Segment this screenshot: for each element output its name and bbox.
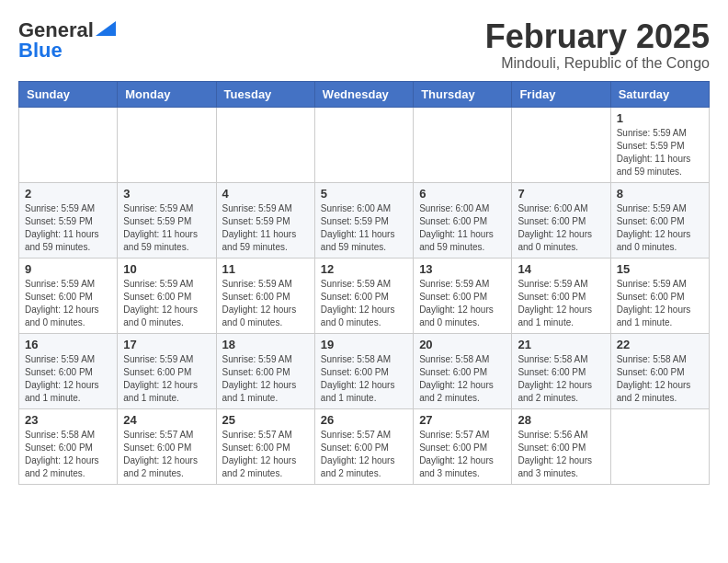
day-info: Sunrise: 5:58 AM Sunset: 6:00 PM Dayligh… [321,353,407,405]
day-number: 1 [617,111,703,125]
day-number: 27 [419,413,506,427]
calendar-cell: 11Sunrise: 5:59 AM Sunset: 6:00 PM Dayli… [216,258,314,333]
calendar-cell: 13Sunrise: 5:59 AM Sunset: 6:00 PM Dayli… [414,258,512,333]
day-info: Sunrise: 5:59 AM Sunset: 6:00 PM Dayligh… [518,278,604,329]
weekday-header-tuesday: Tuesday [216,81,314,107]
day-info: Sunrise: 5:59 AM Sunset: 6:00 PM Dayligh… [617,278,703,329]
calendar-cell: 22Sunrise: 5:58 AM Sunset: 6:00 PM Dayli… [610,333,709,408]
day-number: 8 [617,187,703,201]
calendar-cell: 17Sunrise: 5:59 AM Sunset: 6:00 PM Dayli… [118,333,216,408]
day-info: Sunrise: 5:59 AM Sunset: 5:59 PM Dayligh… [25,202,111,254]
calendar-week-1: 1Sunrise: 5:59 AM Sunset: 5:59 PM Daylig… [19,107,710,182]
calendar-header-row: SundayMondayTuesdayWednesdayThursdayFrid… [19,81,710,107]
day-number: 26 [321,413,407,427]
calendar-cell [512,107,610,182]
day-info: Sunrise: 5:59 AM Sunset: 6:00 PM Dayligh… [419,278,506,329]
day-number: 18 [222,338,309,351]
calendar-cell: 10Sunrise: 5:59 AM Sunset: 6:00 PM Dayli… [118,258,216,333]
calendar-cell: 21Sunrise: 5:58 AM Sunset: 6:00 PM Dayli… [512,333,610,408]
calendar-cell [610,408,709,484]
day-number: 25 [222,413,309,427]
day-info: Sunrise: 6:00 AM Sunset: 6:00 PM Dayligh… [518,202,604,254]
day-info: Sunrise: 5:57 AM Sunset: 6:00 PM Dayligh… [222,429,309,480]
calendar-cell: 2Sunrise: 5:59 AM Sunset: 5:59 PM Daylig… [19,182,118,258]
day-number: 4 [222,187,309,201]
day-info: Sunrise: 5:57 AM Sunset: 6:00 PM Dayligh… [123,429,210,480]
calendar-cell: 16Sunrise: 5:59 AM Sunset: 6:00 PM Dayli… [19,333,118,408]
weekday-header-sunday: Sunday [19,81,118,107]
calendar-cell: 14Sunrise: 5:59 AM Sunset: 6:00 PM Dayli… [512,258,610,333]
day-info: Sunrise: 6:00 AM Sunset: 5:59 PM Dayligh… [321,202,407,254]
day-number: 20 [419,338,506,351]
logo-blue: Blue [18,39,63,63]
calendar-cell: 7Sunrise: 6:00 AM Sunset: 6:00 PM Daylig… [512,182,610,258]
calendar-cell: 18Sunrise: 5:59 AM Sunset: 6:00 PM Dayli… [216,333,314,408]
day-number: 22 [617,338,703,351]
svg-marker-0 [96,21,116,36]
day-info: Sunrise: 5:57 AM Sunset: 6:00 PM Dayligh… [419,429,506,480]
day-number: 3 [123,187,210,201]
logo: General Blue [18,18,116,63]
day-info: Sunrise: 5:59 AM Sunset: 6:00 PM Dayligh… [123,353,210,405]
calendar-cell: 20Sunrise: 5:58 AM Sunset: 6:00 PM Dayli… [414,333,512,408]
day-number: 17 [123,338,210,351]
weekday-header-saturday: Saturday [610,81,709,107]
day-number: 15 [617,262,703,276]
day-number: 5 [321,187,407,201]
day-number: 19 [321,338,407,351]
day-info: Sunrise: 5:56 AM Sunset: 6:00 PM Dayligh… [518,429,604,480]
calendar-cell: 1Sunrise: 5:59 AM Sunset: 5:59 PM Daylig… [610,107,709,182]
day-number: 23 [25,413,111,427]
day-info: Sunrise: 5:59 AM Sunset: 6:00 PM Dayligh… [321,278,407,329]
day-info: Sunrise: 5:58 AM Sunset: 6:00 PM Dayligh… [419,353,506,405]
day-info: Sunrise: 5:59 AM Sunset: 6:00 PM Dayligh… [25,353,111,405]
day-info: Sunrise: 5:58 AM Sunset: 6:00 PM Dayligh… [25,429,111,480]
day-number: 10 [123,262,210,276]
day-number: 14 [518,262,604,276]
location-title: Mindouli, Republic of the Congo [485,55,710,72]
calendar-cell: 5Sunrise: 6:00 AM Sunset: 5:59 PM Daylig… [314,182,413,258]
day-info: Sunrise: 5:59 AM Sunset: 6:00 PM Dayligh… [617,202,703,254]
calendar-cell: 6Sunrise: 6:00 AM Sunset: 6:00 PM Daylig… [414,182,512,258]
calendar-cell: 24Sunrise: 5:57 AM Sunset: 6:00 PM Dayli… [118,408,216,484]
calendar-cell: 9Sunrise: 5:59 AM Sunset: 6:00 PM Daylig… [19,258,118,333]
day-number: 2 [25,187,111,201]
calendar-week-2: 2Sunrise: 5:59 AM Sunset: 5:59 PM Daylig… [19,182,710,258]
calendar-table: SundayMondayTuesdayWednesdayThursdayFrid… [18,81,710,485]
calendar-week-3: 9Sunrise: 5:59 AM Sunset: 6:00 PM Daylig… [19,258,710,333]
calendar-cell [216,107,314,182]
calendar-cell: 23Sunrise: 5:58 AM Sunset: 6:00 PM Dayli… [19,408,118,484]
page-header: General Blue February 2025 Mindouli, Rep… [18,18,710,72]
day-number: 21 [518,338,604,351]
day-number: 13 [419,262,506,276]
calendar-week-5: 23Sunrise: 5:58 AM Sunset: 6:00 PM Dayli… [19,408,710,484]
day-number: 9 [25,262,111,276]
day-number: 7 [518,187,604,201]
calendar-cell: 4Sunrise: 5:59 AM Sunset: 5:59 PM Daylig… [216,182,314,258]
title-block: February 2025 Mindouli, Republic of the … [485,18,710,72]
day-number: 11 [222,262,309,276]
day-info: Sunrise: 5:59 AM Sunset: 5:59 PM Dayligh… [617,127,703,178]
day-info: Sunrise: 5:59 AM Sunset: 6:00 PM Dayligh… [25,278,111,329]
calendar-cell: 25Sunrise: 5:57 AM Sunset: 6:00 PM Dayli… [216,408,314,484]
calendar-cell: 15Sunrise: 5:59 AM Sunset: 6:00 PM Dayli… [610,258,709,333]
day-info: Sunrise: 5:58 AM Sunset: 6:00 PM Dayligh… [518,353,604,405]
day-number: 12 [321,262,407,276]
logo-icon [96,21,116,36]
calendar-cell [118,107,216,182]
calendar-cell: 3Sunrise: 5:59 AM Sunset: 5:59 PM Daylig… [118,182,216,258]
calendar-week-4: 16Sunrise: 5:59 AM Sunset: 6:00 PM Dayli… [19,333,710,408]
calendar-cell: 27Sunrise: 5:57 AM Sunset: 6:00 PM Dayli… [414,408,512,484]
calendar-cell: 8Sunrise: 5:59 AM Sunset: 6:00 PM Daylig… [610,182,709,258]
day-info: Sunrise: 5:59 AM Sunset: 5:59 PM Dayligh… [222,202,309,254]
weekday-header-wednesday: Wednesday [314,81,413,107]
month-title: February 2025 [485,18,710,55]
day-info: Sunrise: 5:58 AM Sunset: 6:00 PM Dayligh… [617,353,703,405]
day-number: 6 [419,187,506,201]
day-info: Sunrise: 6:00 AM Sunset: 6:00 PM Dayligh… [419,202,506,254]
day-info: Sunrise: 5:57 AM Sunset: 6:00 PM Dayligh… [321,429,407,480]
calendar-cell: 19Sunrise: 5:58 AM Sunset: 6:00 PM Dayli… [314,333,413,408]
day-number: 28 [518,413,604,427]
day-info: Sunrise: 5:59 AM Sunset: 6:00 PM Dayligh… [123,278,210,329]
day-info: Sunrise: 5:59 AM Sunset: 6:00 PM Dayligh… [222,278,309,329]
